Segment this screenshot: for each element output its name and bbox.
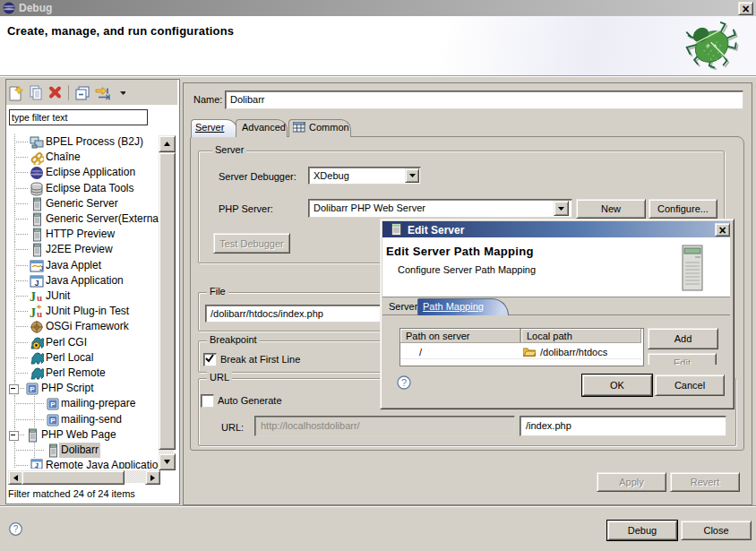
- svg-text:J: J: [39, 264, 43, 272]
- svg-text:J: J: [30, 306, 36, 319]
- svg-text:J: J: [34, 279, 39, 288]
- svg-text:u: u: [37, 308, 42, 319]
- svg-text:P: P: [50, 400, 56, 409]
- svg-text:?: ?: [13, 524, 19, 534]
- svg-text:J: J: [30, 290, 36, 304]
- svg-text:P: P: [30, 385, 35, 393]
- svg-text:P: P: [50, 417, 56, 425]
- svg-text:u: u: [37, 292, 42, 303]
- svg-text:?: ?: [401, 377, 407, 388]
- svg-text:J: J: [35, 462, 39, 469]
